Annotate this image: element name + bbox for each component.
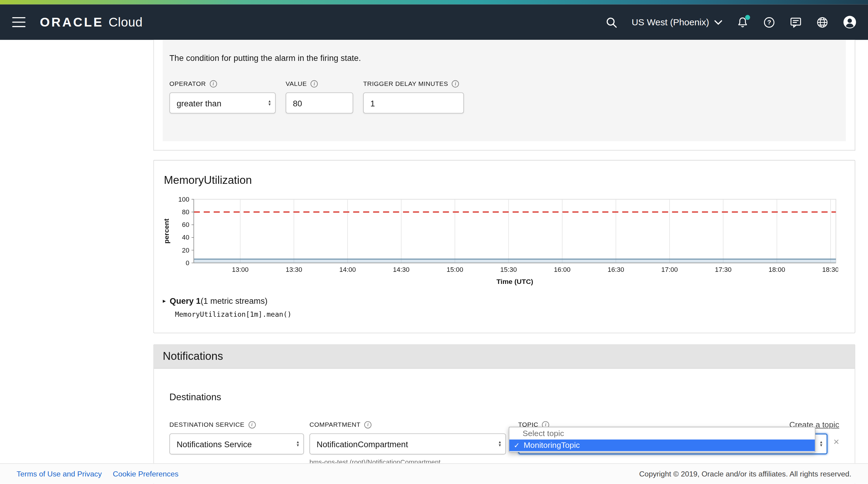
value-input[interactable] bbox=[286, 93, 353, 114]
query-name: Query 1 bbox=[170, 296, 201, 306]
select-stepper-icon: ▴▾ bbox=[499, 441, 501, 447]
info-icon[interactable]: i bbox=[248, 421, 255, 428]
page: ORACLE Cloud US West (Phoenix) ? bbox=[0, 0, 868, 484]
operator-select[interactable]: greater than ▴▾ bbox=[169, 93, 276, 114]
trigger-delay-field: TRIGGER DELAY MINUTES i bbox=[363, 79, 464, 114]
info-icon[interactable]: i bbox=[452, 80, 459, 87]
help-icon[interactable]: ? bbox=[763, 16, 775, 28]
hamburger-menu-icon[interactable] bbox=[12, 17, 25, 27]
svg-text:13:00: 13:00 bbox=[232, 266, 249, 273]
svg-text:18:30: 18:30 bbox=[822, 266, 838, 273]
oracle-cloud-logo[interactable]: ORACLE Cloud bbox=[40, 15, 143, 30]
memory-utilization-chart: 13:0013:3014:0014:3015:0015:3016:0016:30… bbox=[163, 195, 838, 286]
query-toggle[interactable]: ▸ Query 1 (1 metric streams) bbox=[163, 296, 846, 306]
trigger-delay-label: TRIGGER DELAY MINUTES bbox=[363, 80, 448, 87]
destinations-title: Destinations bbox=[169, 392, 839, 403]
brand-cloud: Cloud bbox=[108, 15, 143, 30]
remove-destination-icon[interactable]: × bbox=[833, 437, 839, 447]
main-content: The condition for putting the alarm in t… bbox=[153, 40, 855, 484]
top-nav-bar: ORACLE Cloud US West (Phoenix) ? bbox=[0, 4, 868, 40]
chart-title: MemoryUtilization bbox=[164, 174, 846, 186]
query-suffix: (1 metric streams) bbox=[201, 296, 268, 306]
header-actions: US West (Phoenix) ? bbox=[605, 15, 861, 30]
check-icon: ✓ bbox=[514, 441, 520, 449]
svg-text:100: 100 bbox=[178, 195, 189, 203]
destination-service-select[interactable]: Notifications Service ▴▾ bbox=[169, 433, 304, 454]
svg-text:16:30: 16:30 bbox=[608, 266, 624, 273]
notifications-header: Notifications bbox=[154, 345, 855, 369]
info-icon[interactable]: i bbox=[364, 421, 372, 428]
compartment-label: COMPARTMENT bbox=[310, 421, 361, 428]
svg-text:16:00: 16:00 bbox=[554, 266, 570, 273]
value-label: VALUE bbox=[286, 80, 307, 87]
svg-text:17:00: 17:00 bbox=[661, 266, 678, 273]
operator-label: OPERATOR bbox=[169, 80, 206, 87]
operator-field: OPERATOR i greater than ▴▾ bbox=[169, 79, 276, 114]
condition-panel: The condition for putting the alarm in t… bbox=[163, 40, 846, 141]
footer: Terms of Use and Privacy Cookie Preferen… bbox=[0, 463, 868, 484]
topic-option-monitoringtopic[interactable]: ✓ MonitoringTopic bbox=[509, 440, 815, 451]
feedback-chat-icon[interactable] bbox=[789, 16, 802, 28]
compartment-select[interactable]: NotificationCompartment ▴▾ bbox=[310, 433, 506, 454]
svg-text:40: 40 bbox=[182, 234, 190, 241]
svg-text:Time (UTC): Time (UTC) bbox=[496, 278, 533, 285]
region-label: US West (Phoenix) bbox=[632, 17, 709, 27]
svg-text:18:00: 18:00 bbox=[769, 266, 785, 273]
compartment-field: COMPARTMENT i NotificationCompartment ▴▾… bbox=[310, 420, 506, 466]
chevron-down-icon bbox=[714, 20, 722, 25]
svg-text:15:00: 15:00 bbox=[447, 266, 463, 273]
topic-field: TOPIC i Create a topic ▴▾ × bbox=[518, 420, 839, 454]
destination-service-field: DESTINATION SERVICE i Notifications Serv… bbox=[169, 420, 304, 454]
svg-text:60: 60 bbox=[182, 221, 190, 229]
notification-dot bbox=[745, 15, 750, 20]
globe-language-icon[interactable] bbox=[816, 16, 829, 28]
notifications-bell-icon[interactable] bbox=[736, 16, 749, 28]
info-icon[interactable]: i bbox=[311, 80, 318, 87]
destination-service-value: Notifications Service bbox=[177, 439, 252, 448]
notifications-title: Notifications bbox=[163, 350, 846, 363]
svg-text:20: 20 bbox=[182, 246, 190, 254]
svg-text:14:30: 14:30 bbox=[393, 266, 410, 273]
user-avatar-icon[interactable] bbox=[843, 15, 857, 30]
select-stepper-icon: ▴▾ bbox=[297, 441, 299, 447]
destination-service-label: DESTINATION SERVICE bbox=[169, 421, 244, 428]
topic-dropdown-menu: Select topic ✓ MonitoringTopic bbox=[509, 427, 815, 452]
topic-option-placeholder[interactable]: Select topic bbox=[509, 428, 815, 440]
svg-text:15:30: 15:30 bbox=[500, 266, 517, 273]
svg-text:14:00: 14:00 bbox=[339, 266, 356, 273]
copyright-text: Copyright © 2019, Oracle and/or its affi… bbox=[639, 470, 851, 478]
cookie-preferences-link[interactable]: Cookie Preferences bbox=[113, 470, 179, 478]
top-gradient-bar bbox=[0, 0, 868, 4]
svg-text:80: 80 bbox=[182, 208, 190, 216]
trigger-delay-input[interactable] bbox=[363, 93, 464, 114]
query-code: MemoryUtilization[1m].mean() bbox=[175, 310, 846, 319]
info-icon[interactable]: i bbox=[210, 80, 217, 87]
select-stepper-icon: ▴▾ bbox=[269, 100, 271, 107]
svg-text:?: ? bbox=[767, 19, 771, 26]
compartment-value: NotificationCompartment bbox=[317, 439, 408, 448]
region-selector[interactable]: US West (Phoenix) bbox=[632, 17, 722, 27]
svg-text:percent: percent bbox=[163, 218, 170, 243]
terms-link[interactable]: Terms of Use and Privacy bbox=[17, 470, 102, 478]
svg-text:13:30: 13:30 bbox=[286, 266, 302, 273]
brand-oracle: ORACLE bbox=[40, 15, 103, 30]
svg-text:17:30: 17:30 bbox=[715, 266, 732, 273]
svg-text:0: 0 bbox=[186, 259, 189, 267]
expand-arrow-icon: ▸ bbox=[163, 297, 166, 304]
operator-value: greater than bbox=[177, 98, 221, 108]
condition-description: The condition for putting the alarm in t… bbox=[169, 53, 839, 62]
metric-chart-card: MemoryUtilization 13:0013:3014:0014:3015… bbox=[153, 160, 855, 333]
search-icon[interactable] bbox=[605, 16, 618, 28]
alarm-condition-card: The condition for putting the alarm in t… bbox=[153, 40, 855, 150]
select-stepper-icon: ▴▾ bbox=[820, 441, 822, 447]
value-field: VALUE i bbox=[286, 79, 353, 114]
